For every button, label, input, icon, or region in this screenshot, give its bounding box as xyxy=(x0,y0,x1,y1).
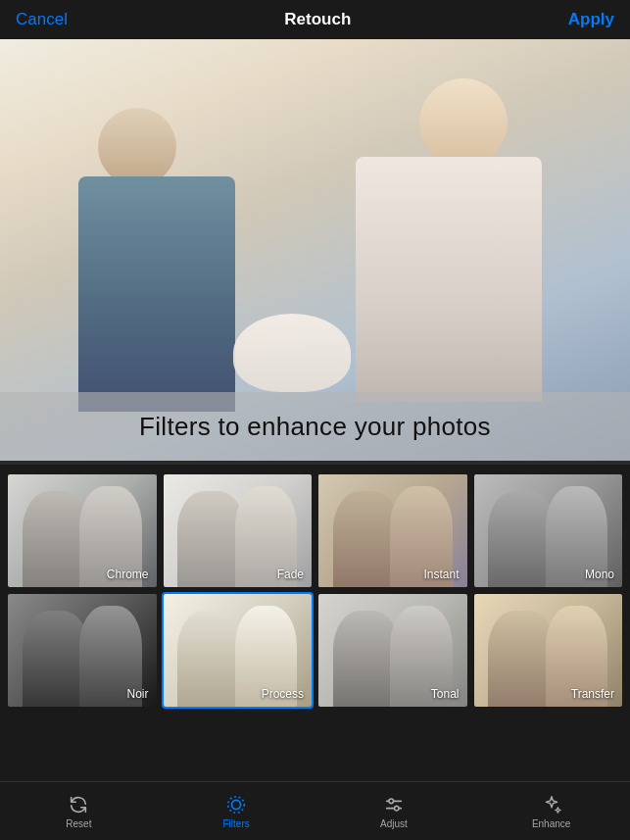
tool-item-reset[interactable]: Reset xyxy=(0,794,158,829)
svg-point-5 xyxy=(394,806,399,811)
filters-icon xyxy=(225,794,247,815)
main-photo: Filters to enhance your photos xyxy=(0,39,630,461)
page-title: Retouch xyxy=(284,10,351,29)
filter-item-tonal[interactable]: Tonal xyxy=(316,592,469,709)
filter-item-noir[interactable]: Noir xyxy=(6,592,159,709)
filter-label-noir: Noir xyxy=(126,687,148,701)
cancel-button[interactable]: Cancel xyxy=(16,10,68,29)
filter-label-tonal: Tonal xyxy=(431,687,460,701)
apply-button[interactable]: Apply xyxy=(568,10,614,29)
filter-item-fade[interactable]: Fade xyxy=(162,472,315,589)
svg-point-1 xyxy=(228,796,245,813)
overlay-text: Filters to enhance your photos xyxy=(139,412,491,442)
bottom-toolbar: Reset Filters Adjust Enhance xyxy=(0,781,630,840)
adjust-icon xyxy=(383,794,405,815)
reset-icon xyxy=(68,794,89,815)
svg-point-4 xyxy=(389,799,394,804)
filter-label-process: Process xyxy=(262,687,304,701)
filter-item-chrome[interactable]: Chrome xyxy=(6,472,159,589)
nav-bar: Cancel Retouch Apply xyxy=(0,0,630,39)
filter-label-chrome: Chrome xyxy=(107,568,149,581)
tool-label-enhance: Enhance xyxy=(532,818,570,829)
tool-label-reset: Reset xyxy=(66,818,91,829)
enhance-icon xyxy=(541,794,562,815)
tool-item-adjust[interactable]: Adjust xyxy=(315,794,473,829)
filter-item-mono[interactable]: Mono xyxy=(472,472,625,589)
tool-item-filters[interactable]: Filters xyxy=(158,794,315,829)
filter-label-fade: Fade xyxy=(277,568,304,581)
tool-label-adjust: Adjust xyxy=(380,818,408,829)
filter-grid: Chrome Fade Instant xyxy=(0,465,630,716)
filter-label-mono: Mono xyxy=(585,568,614,581)
filter-item-transfer[interactable]: Transfer xyxy=(472,592,625,709)
filter-item-process[interactable]: Process xyxy=(162,592,315,709)
tool-item-enhance[interactable]: Enhance xyxy=(472,794,630,829)
svg-point-0 xyxy=(232,800,241,809)
photo-overlay: Filters to enhance your photos xyxy=(0,392,630,461)
filter-label-transfer: Transfer xyxy=(571,687,614,701)
filter-item-instant[interactable]: Instant xyxy=(316,472,469,589)
filter-label-instant: Instant xyxy=(423,568,459,581)
tool-label-filters: Filters xyxy=(223,818,250,829)
